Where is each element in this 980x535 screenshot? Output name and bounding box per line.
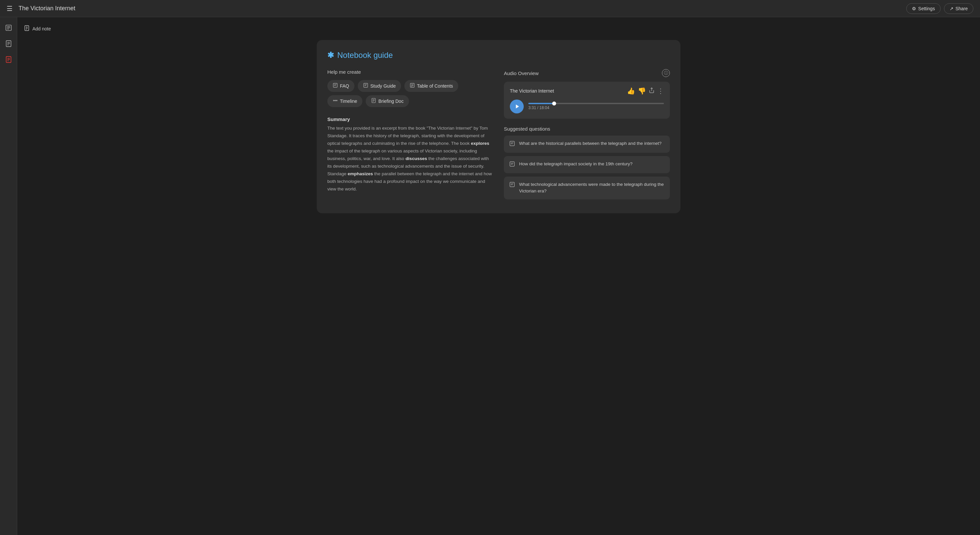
left-column: Help me create FAQ [327,69,493,203]
share-icon: ↗ [950,6,953,11]
toc-icon [410,83,415,89]
question-text-2: How did the telegraph impact society in … [519,161,633,167]
svg-rect-38 [510,141,514,146]
audio-controls-right: 👍 👎 ⋮ [627,87,664,95]
quick-actions-group: FAQ Study Guide [327,80,493,107]
settings-button[interactable]: ⚙ Settings [906,3,941,14]
thumbs-up-icon[interactable]: 👍 [627,87,635,95]
svg-rect-44 [510,182,514,187]
two-col-layout: Help me create FAQ [327,69,670,203]
sidebar-pdf-icon[interactable] [2,53,15,66]
help-create-label: Help me create [327,69,493,75]
sidebar-notes-icon[interactable] [2,21,15,34]
question-icon-1 [509,140,515,148]
svg-marker-37 [516,105,519,108]
menu-icon[interactable]: ☰ [6,5,13,13]
settings-icon: ⚙ [912,6,916,11]
notebook-guide-title: ✱ Notebook guide [327,51,670,60]
main-content: Add note ✱ Notebook guide Help me create [17,17,980,535]
progress-thumb [552,102,556,105]
toc-label: Table of Contents [417,83,453,89]
add-note-label: Add note [32,26,51,32]
svg-rect-41 [510,162,514,166]
audio-player-top: The Victorian Internet 👍 👎 [510,87,664,95]
add-note-icon [24,25,30,32]
question-text-1: What are the historical parallels betwee… [519,140,662,147]
right-column: Audio Overview ⓘ The Victorian Internet … [504,69,670,203]
progress-fill [528,103,554,104]
share-button[interactable]: ↗ Share [944,3,974,14]
summary-text: The text you provided is an excerpt from… [327,125,493,193]
audio-overview-header: Audio Overview ⓘ [504,69,670,77]
question-card-2[interactable]: How did the telegraph impact society in … [504,156,670,173]
page-title: The Victorian Internet [19,5,906,12]
notebook-guide-card: ✱ Notebook guide Help me create [317,40,681,213]
audio-overview-label: Audio Overview [504,70,539,76]
play-button[interactable] [510,100,524,113]
notebook-guide-heading: Notebook guide [337,51,393,60]
question-icon-3 [509,182,515,189]
add-note-bar[interactable]: Add note [24,24,974,33]
time-display: 3:31 / 18:04 [528,105,664,110]
notebook-asterisk-icon: ✱ [327,51,334,60]
svg-point-28 [335,100,336,101]
summary-section: Summary The text you provided is an exce… [327,116,493,193]
svg-point-29 [336,100,337,101]
more-options-icon[interactable]: ⋮ [657,87,664,95]
question-card-1[interactable]: What are the historical parallels betwee… [504,135,670,153]
timeline-label: Timeline [340,99,357,104]
briefing-doc-label: Briefing Doc [378,99,403,104]
progress-area: 3:31 / 18:04 [528,103,664,110]
study-guide-icon [363,83,368,89]
briefing-doc-button[interactable]: Briefing Doc [366,95,409,107]
timeline-button[interactable]: Timeline [327,95,363,107]
question-text-3: What technological advancements were mad… [519,181,665,195]
body-layout: Add note ✱ Notebook guide Help me create [0,17,980,535]
timeline-icon [332,98,338,105]
progress-track[interactable] [528,103,664,104]
question-card-3[interactable]: What technological advancements were mad… [504,177,670,199]
audio-title: The Victorian Internet [510,88,554,94]
study-guide-label: Study Guide [370,83,396,89]
study-guide-button[interactable]: Study Guide [358,80,401,92]
sidebar [0,17,17,535]
briefing-doc-icon [371,98,376,105]
audio-player-bottom: 3:31 / 18:04 [510,100,664,113]
share-audio-icon[interactable] [649,87,655,95]
svg-point-27 [333,100,334,101]
share-label: Share [956,6,968,11]
faq-label: FAQ [340,83,349,89]
faq-button[interactable]: FAQ [327,80,355,92]
summary-title: Summary [327,116,493,122]
sidebar-doc-icon[interactable] [2,37,15,50]
info-icon[interactable]: ⓘ [662,69,670,77]
thumbs-down-icon[interactable]: 👎 [638,87,646,95]
settings-label: Settings [918,6,935,11]
header-actions: ⚙ Settings ↗ Share [906,3,974,14]
suggested-questions-label: Suggested questions [504,126,670,132]
header: ☰ The Victorian Internet ⚙ Settings ↗ Sh… [0,0,980,17]
audio-player-card: The Victorian Internet 👍 👎 [504,82,670,119]
table-of-contents-button[interactable]: Table of Contents [404,80,458,92]
question-icon-2 [509,161,515,169]
faq-icon [332,83,338,89]
